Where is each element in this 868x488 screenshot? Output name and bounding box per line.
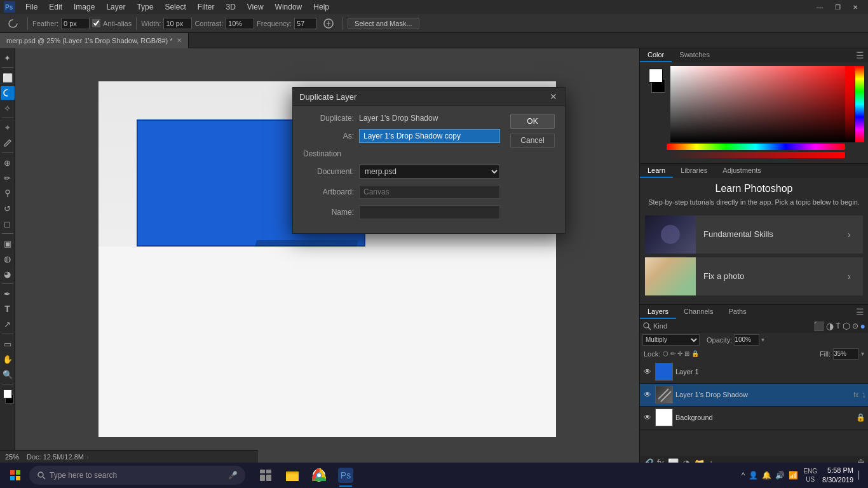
tab-paths[interactable]: Paths [721, 305, 754, 319]
type-filter-icon[interactable]: T [836, 322, 840, 330]
tray-wifi-icon[interactable]: 📶 [789, 471, 798, 480]
menu-file[interactable]: File [20, 0, 43, 14]
chrome-button[interactable] [306, 463, 332, 488]
alpha-bar[interactable] [667, 152, 845, 158]
tray-volume-icon[interactable]: 🔊 [775, 471, 785, 480]
eraser-tool[interactable]: ◻ [1, 217, 15, 231]
select-mask-button[interactable]: Select and Mask... [348, 18, 419, 29]
lock-artboard-icon[interactable]: ⊞ [684, 350, 689, 357]
tab-layers[interactable]: Layers [640, 305, 676, 319]
layer-item-1[interactable]: 👁 Layer 1 [640, 361, 868, 384]
width-input[interactable] [163, 18, 192, 29]
blend-mode-select[interactable]: Multiply [642, 334, 700, 346]
tray-people-icon[interactable]: 👤 [749, 471, 758, 480]
clone-tool[interactable] [1, 186, 15, 200]
menu-help[interactable]: Help [308, 0, 334, 14]
document-tab[interactable]: merp.psd @ 25% (Layer 1's Drop Shadow, R… [0, 33, 189, 48]
eyedropper-tool[interactable] [1, 136, 15, 150]
lasso-tool[interactable] [1, 86, 15, 100]
text-tool[interactable]: T [1, 302, 15, 316]
menu-filter[interactable]: Filter [193, 0, 220, 14]
layer-visibility-1[interactable]: 👁 [642, 367, 653, 377]
menu-type[interactable]: Type [132, 0, 158, 14]
tab-channels[interactable]: Channels [676, 305, 721, 319]
document-select[interactable]: merp.psd [359, 165, 500, 179]
alpha-strip-vertical[interactable] [845, 66, 854, 142]
toolbar-lasso-icon[interactable] [4, 17, 23, 30]
explorer-button[interactable] [280, 463, 305, 488]
foreground-color[interactable] [3, 390, 12, 398]
fill-input[interactable] [833, 348, 858, 360]
anti-alias-checkbox[interactable] [92, 19, 100, 27]
lock-position-icon[interactable]: ✛ [677, 350, 682, 357]
modal-close-button[interactable]: ✕ [548, 92, 559, 102]
contrast-input[interactable] [226, 18, 254, 29]
hue-bar[interactable] [667, 144, 845, 150]
tab-color[interactable]: Color [640, 48, 672, 62]
path-selection-tool[interactable]: ↗ [1, 317, 15, 331]
learn-card-fixphoto[interactable]: Fix a photo › [645, 257, 863, 295]
search-bar[interactable]: Type here to search 🎤 [29, 466, 245, 485]
as-input[interactable] [359, 129, 500, 143]
gradient-tool[interactable]: ▣ [1, 236, 15, 250]
layer-visibility-3[interactable]: 👁 [642, 412, 653, 423]
microphone-icon[interactable]: 🎤 [228, 471, 238, 480]
adjustment-icon[interactable]: ◑ [826, 321, 834, 331]
pixel-icon[interactable]: ⬛ [813, 321, 824, 331]
close-button[interactable]: ✕ [846, 0, 864, 14]
cancel-button[interactable]: Cancel [510, 133, 555, 148]
layers-menu-icon[interactable]: ☰ [856, 307, 864, 317]
magic-wand-tool[interactable]: ✧ [1, 101, 15, 115]
menu-image[interactable]: Image [69, 0, 100, 14]
layer-item-2[interactable]: 👁 Layer 1's Drop Shadow fx ⤵ [640, 384, 868, 407]
opacity-arrow[interactable]: ▾ [761, 336, 764, 343]
menu-3d[interactable]: 3D [220, 0, 240, 14]
layer-visibility-2[interactable]: 👁 [642, 390, 653, 400]
color-picker-area[interactable] [670, 66, 864, 142]
zoom-tool[interactable]: 🔍 [1, 367, 15, 381]
panel-menu-icon[interactable]: ☰ [856, 50, 864, 60]
hue-strip-vertical[interactable] [855, 66, 864, 142]
start-button[interactable] [4, 464, 27, 487]
menu-view[interactable]: View [242, 0, 269, 14]
move-tool[interactable]: ✦ [1, 51, 15, 65]
maximize-button[interactable]: ❐ [829, 0, 846, 14]
blur-tool[interactable]: ◍ [1, 252, 15, 266]
tab-close-button[interactable]: ✕ [177, 37, 182, 44]
layer-item-3[interactable]: 👁 Background 🔒 [640, 407, 868, 430]
tab-swatches[interactable]: Swatches [672, 48, 717, 62]
frequency-input[interactable] [294, 18, 316, 29]
lock-pixels-icon[interactable]: ✏ [670, 350, 675, 357]
stylus-pressure-icon[interactable] [319, 17, 338, 30]
tab-libraries[interactable]: Libraries [673, 164, 715, 178]
taskview-button[interactable] [253, 463, 278, 488]
hand-tool[interactable]: ✋ [1, 352, 15, 366]
brush-tool[interactable]: ✏ [1, 171, 15, 185]
smart-filter-icon[interactable]: ⊙ [852, 322, 858, 330]
rectangle-tool[interactable]: ▭ [1, 337, 15, 351]
tray-network-icon[interactable]: 🔔 [762, 471, 771, 480]
menu-select[interactable]: Select [159, 0, 191, 14]
crop-tool[interactable]: ⌖ [1, 121, 15, 135]
photoshop-button[interactable]: Ps [333, 463, 358, 488]
ok-button[interactable]: OK [510, 114, 555, 129]
marquee-tool[interactable]: ⬜ [1, 71, 15, 85]
filter-on-icon[interactable]: ● [860, 321, 865, 331]
minimize-button[interactable]: — [811, 0, 829, 14]
feather-input[interactable] [61, 18, 90, 29]
color-gradient-box[interactable] [670, 66, 864, 142]
menu-layer[interactable]: Layer [101, 0, 130, 14]
lock-transparent-icon[interactable]: ⬡ [663, 350, 668, 357]
tab-learn[interactable]: Learn [640, 164, 673, 178]
show-desktop-button[interactable]: ▏ [858, 471, 864, 480]
pen-tool[interactable]: ✒ [1, 287, 15, 301]
fill-arrow[interactable]: ▾ [861, 350, 864, 357]
lock-all-icon[interactable]: 🔒 [691, 350, 699, 357]
history-tool[interactable]: ↺ [1, 201, 15, 215]
shape-filter-icon[interactable]: ⬡ [843, 321, 850, 331]
heal-tool[interactable]: ⊕ [1, 156, 15, 170]
taskbar-clock[interactable]: 5:58 PM 8/30/2019 [822, 466, 853, 485]
tab-adjustments[interactable]: Adjustments [715, 164, 769, 178]
tray-icon-1[interactable]: ^ [742, 471, 745, 480]
menu-window[interactable]: Window [270, 0, 308, 14]
